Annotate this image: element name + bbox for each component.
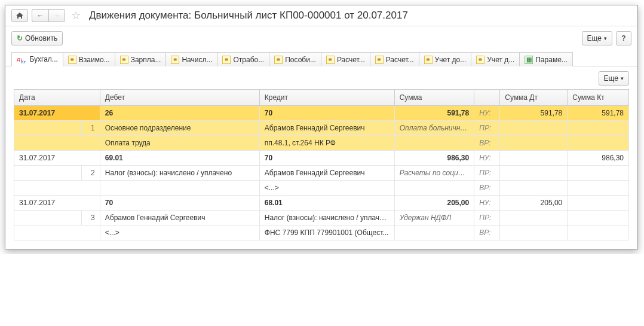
cell-sum-dt: 205,00: [500, 196, 568, 211]
table-row[interactable]: <...>ВР:: [14, 181, 629, 196]
page-title: Движения документа: Больничный лист КП00…: [89, 10, 408, 22]
tab-label: Отрабо...: [233, 56, 264, 64]
cell-debit-acc: 69.01: [100, 151, 259, 166]
register-icon: ≡: [120, 56, 128, 64]
cell-desc: Расчеты по социальному ...: [394, 166, 474, 181]
refresh-label: Обновить: [25, 34, 57, 42]
tab-3[interactable]: ≡Начисл...: [165, 52, 217, 66]
cell-sum: 986,30: [394, 151, 474, 166]
cell-empty: [394, 226, 474, 240]
titlebar: ← → ☆ Движения документа: Больничный лис…: [5, 5, 637, 26]
cell-sum-dt: [500, 151, 568, 166]
register-icon: ≡: [424, 56, 433, 64]
tab-label: Начисл...: [182, 56, 212, 64]
cell-rownum: 2: [81, 166, 100, 181]
col-sum-dt[interactable]: Сумма Дт: [500, 90, 568, 106]
chevron-down-icon: ▾: [604, 35, 607, 41]
cell-debit-l1: Абрамов Геннадий Сергеевич: [100, 211, 259, 226]
grid-container: Дата Дебет Кредит Сумма Сумма Дт Сумма К…: [5, 89, 637, 249]
cell-empty: [500, 211, 568, 226]
register-icon: ≡: [274, 56, 283, 64]
home-button[interactable]: [11, 9, 28, 22]
main-toolbar: ↻ Обновить Еще ▾ ?: [5, 26, 637, 51]
col-debit[interactable]: Дебет: [100, 90, 259, 106]
table-row[interactable]: 31.07.20172670591,78НУ:591,78591,78: [14, 106, 629, 121]
col-sum[interactable]: Сумма: [394, 90, 474, 106]
cell-flag-nu: НУ:: [474, 196, 500, 211]
table-row[interactable]: 31.07.20177068.01205,00НУ:205,00: [14, 196, 629, 211]
register-icon: ≡: [326, 56, 335, 64]
tab-7[interactable]: ≡Расчет...: [370, 52, 419, 66]
cell-empty: [14, 166, 82, 181]
cell-sum-kt: 591,78: [568, 106, 629, 121]
tab-10[interactable]: ▦Параме...: [519, 52, 573, 66]
table-row[interactable]: <...>ФНС 7799 КПП 779901001 (Общест...ВР…: [14, 226, 629, 240]
tab-5[interactable]: ≡Пособи...: [269, 52, 321, 66]
tab-8[interactable]: ≡Учет до...: [419, 52, 472, 66]
more-button[interactable]: Еще ▾: [582, 31, 612, 45]
cell-debit-acc: 70: [100, 196, 259, 211]
cell-sum-dt: 591,78: [500, 106, 568, 121]
col-credit[interactable]: Кредит: [259, 90, 394, 106]
cell-sum-kt: 986,30: [568, 151, 629, 166]
cell-flag-vr: ВР:: [474, 136, 500, 151]
cell-credit-l2: пп.48.1, ст.264 НК РФ: [259, 136, 394, 151]
tab-label: Взаимо...: [79, 56, 110, 64]
refresh-button[interactable]: ↻ Обновить: [11, 31, 63, 45]
cell-flag-pr: ПР:: [474, 121, 500, 136]
tab-6[interactable]: ≡Расчет...: [321, 52, 370, 66]
cell-debit-l2: <...>: [100, 226, 259, 240]
tab-0[interactable]: ДтКтБухгал...: [11, 52, 63, 66]
cell-rownum: 3: [81, 211, 100, 226]
chevron-down-icon: ▾: [621, 75, 624, 81]
table-row[interactable]: 3Абрамов Геннадий СергеевичНалог (взносы…: [14, 211, 629, 226]
grid-more-label: Еще: [604, 74, 618, 83]
cell-empty: [568, 166, 629, 181]
cell-flag-nu: НУ:: [474, 106, 500, 121]
forward-button[interactable]: →: [48, 9, 65, 22]
table-row[interactable]: 2Налог (взносы): начислено / уплаченоАбр…: [14, 166, 629, 181]
register-icon: ≡: [375, 56, 384, 64]
grid-toolbar: Еще ▾: [5, 66, 637, 89]
tab-label: Расчет...: [386, 56, 414, 64]
cell-credit-acc: 70: [259, 151, 394, 166]
favorite-star-icon[interactable]: ☆: [69, 9, 83, 22]
tab-9[interactable]: ≡Учет д...: [471, 52, 520, 66]
cell-flag-nu: НУ:: [474, 151, 500, 166]
tab-1[interactable]: ≡Взаимо...: [63, 52, 115, 66]
cell-debit-l2: [100, 181, 259, 196]
col-date[interactable]: Дата: [14, 90, 100, 106]
cell-rownum: 1: [81, 121, 100, 136]
table-row[interactable]: 31.07.201769.0170986,30НУ:986,30: [14, 151, 629, 166]
cell-sum: 591,78: [394, 106, 474, 121]
cell-debit-l1: Налог (взносы): начислено / уплачено: [100, 166, 259, 181]
col-flag[interactable]: [474, 90, 500, 106]
cell-debit-l2: Оплата труда: [100, 136, 259, 151]
tab-label: Пособи...: [285, 56, 316, 64]
postings-table: Дата Дебет Кредит Сумма Сумма Дт Сумма К…: [14, 89, 629, 240]
table-row[interactable]: 1Основное подразделениеАбрамов Геннадий …: [14, 121, 629, 136]
cell-empty: [14, 226, 100, 240]
grid-more-button[interactable]: Еще ▾: [599, 71, 629, 86]
col-sum-kt[interactable]: Сумма Кт: [568, 90, 629, 106]
cell-empty: [500, 226, 568, 240]
cell-flag-pr: ПР:: [474, 166, 500, 181]
cell-credit-l1: Налог (взносы): начислено / уплаче...: [259, 211, 394, 226]
help-button[interactable]: ?: [616, 31, 631, 45]
cell-flag-vr: ВР:: [474, 181, 500, 196]
cell-sum: 205,00: [394, 196, 474, 211]
cell-debit-acc: 26: [100, 106, 259, 121]
cell-desc: Оплата больничного з...: [394, 121, 474, 136]
tab-4[interactable]: ≡Отрабо...: [217, 52, 269, 66]
document-movements-window: ← → ☆ Движения документа: Больничный лис…: [5, 5, 638, 249]
back-button[interactable]: ←: [32, 9, 48, 22]
tab-label: Бухгал...: [29, 55, 57, 63]
refresh-icon: ↻: [17, 34, 23, 42]
cell-date: 31.07.2017: [14, 196, 100, 211]
cell-empty: [568, 181, 629, 196]
cell-desc: Удержан НДФЛ: [394, 211, 474, 226]
register-icon: ≡: [476, 56, 484, 64]
table-row[interactable]: Оплата трудапп.48.1, ст.264 НК РФВР:: [14, 136, 629, 151]
register-icon: ≡: [171, 56, 179, 64]
tab-2[interactable]: ≡Зарпла...: [115, 52, 167, 66]
